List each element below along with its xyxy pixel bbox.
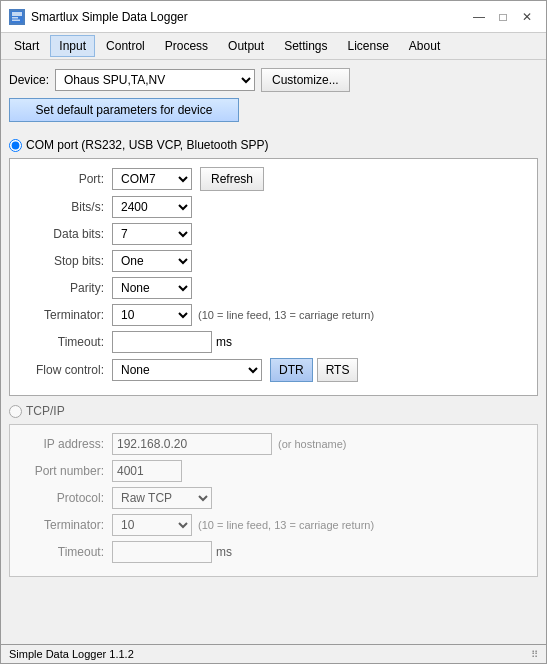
maximize-button[interactable]: □ xyxy=(492,7,514,27)
resize-icon: ⠿ xyxy=(531,649,538,660)
bits-row: Bits/s: 2400 xyxy=(22,196,525,218)
com-port-section: COM port (RS232, USB VCP, Bluetooth SPP)… xyxy=(9,138,538,396)
port-select[interactable]: COM7 xyxy=(112,168,192,190)
tcp-ip-radio[interactable] xyxy=(9,405,22,418)
status-text: Simple Data Logger 1.1.2 xyxy=(9,648,134,660)
protocol-select[interactable]: Raw TCP xyxy=(112,487,212,509)
device-select[interactable]: Ohaus SPU,TA,NV xyxy=(55,69,255,91)
set-default-row: Set default parameters for device xyxy=(9,98,538,130)
com-port-label: COM port (RS232, USB VCP, Bluetooth SPP) xyxy=(26,138,269,152)
window-title: Smartlux Simple Data Logger xyxy=(31,10,188,24)
tcp-ip-section: TCP/IP IP address: (or hostname) Port nu… xyxy=(9,404,538,577)
flow-row: Flow control: NoneXON/XOFFRTS/CTS DTR RT… xyxy=(22,358,525,382)
databits-row: Data bits: 7 xyxy=(22,223,525,245)
flow-label: Flow control: xyxy=(22,363,112,377)
port-label: Port: xyxy=(22,172,112,186)
com-timeout-row: Timeout: ms xyxy=(22,331,525,353)
customize-button[interactable]: Customize... xyxy=(261,68,350,92)
tcp-timeout-input[interactable] xyxy=(112,541,212,563)
parity-label: Parity: xyxy=(22,281,112,295)
refresh-button[interactable]: Refresh xyxy=(200,167,264,191)
com-timeout-unit: ms xyxy=(216,335,232,349)
menubar-item-start[interactable]: Start xyxy=(5,35,48,57)
tcp-timeout-unit: ms xyxy=(216,545,232,559)
minimize-button[interactable]: — xyxy=(468,7,490,27)
com-port-radio[interactable] xyxy=(9,139,22,152)
title-bar: Smartlux Simple Data Logger — □ ✕ xyxy=(1,1,546,33)
set-default-button[interactable]: Set default parameters for device xyxy=(9,98,239,122)
tcp-ip-label: TCP/IP xyxy=(26,404,65,418)
menubar: StartInputControlProcessOutputSettingsLi… xyxy=(1,33,546,60)
tcp-ip-group: IP address: (or hostname) Port number: P… xyxy=(9,424,538,577)
menubar-item-about[interactable]: About xyxy=(400,35,449,57)
status-bar: Simple Data Logger 1.1.2 ⠿ xyxy=(1,644,546,663)
tcp-terminator-hint: (10 = line feed, 13 = carriage return) xyxy=(198,519,374,531)
tcp-port-input[interactable] xyxy=(112,460,182,482)
com-terminator-label: Terminator: xyxy=(22,308,112,322)
tcp-port-row: Port number: xyxy=(22,460,525,482)
app-icon xyxy=(9,9,25,25)
menubar-item-output[interactable]: Output xyxy=(219,35,273,57)
tcp-terminator-select[interactable]: 10 xyxy=(112,514,192,536)
ip-hint: (or hostname) xyxy=(278,438,346,450)
parity-select[interactable]: None xyxy=(112,277,192,299)
bits-label: Bits/s: xyxy=(22,200,112,214)
stopbits-label: Stop bits: xyxy=(22,254,112,268)
port-row: Port: COM7 Refresh xyxy=(22,167,525,191)
device-row: Device: Ohaus SPU,TA,NV Customize... xyxy=(9,68,538,92)
com-port-group: Port: COM7 Refresh Bits/s: 2400 Data bit… xyxy=(9,158,538,396)
com-port-radio-row: COM port (RS232, USB VCP, Bluetooth SPP) xyxy=(9,138,538,152)
flow-select[interactable]: NoneXON/XOFFRTS/CTS xyxy=(112,359,262,381)
tcp-ip-radio-row: TCP/IP xyxy=(9,404,538,418)
databits-select[interactable]: 7 xyxy=(112,223,192,245)
ip-row: IP address: (or hostname) xyxy=(22,433,525,455)
dtr-button[interactable]: DTR xyxy=(270,358,313,382)
tcp-timeout-label: Timeout: xyxy=(22,545,112,559)
stopbits-select[interactable]: One xyxy=(112,250,192,272)
tcp-port-label: Port number: xyxy=(22,464,112,478)
svg-rect-2 xyxy=(12,17,18,19)
com-terminator-select[interactable]: 10 xyxy=(112,304,192,326)
parity-row: Parity: None xyxy=(22,277,525,299)
com-timeout-label: Timeout: xyxy=(22,335,112,349)
bits-select[interactable]: 2400 xyxy=(112,196,192,218)
tcp-terminator-label: Terminator: xyxy=(22,518,112,532)
main-window: Smartlux Simple Data Logger — □ ✕ StartI… xyxy=(0,0,547,664)
tcp-terminator-row: Terminator: 10 (10 = line feed, 13 = car… xyxy=(22,514,525,536)
ip-label: IP address: xyxy=(22,437,112,451)
menubar-item-settings[interactable]: Settings xyxy=(275,35,336,57)
menubar-item-input[interactable]: Input xyxy=(50,35,95,57)
com-terminator-row: Terminator: 10 (10 = line feed, 13 = car… xyxy=(22,304,525,326)
svg-rect-1 xyxy=(12,12,22,16)
menubar-item-control[interactable]: Control xyxy=(97,35,154,57)
protocol-label: Protocol: xyxy=(22,491,112,505)
close-button[interactable]: ✕ xyxy=(516,7,538,27)
device-label: Device: xyxy=(9,73,49,87)
databits-label: Data bits: xyxy=(22,227,112,241)
protocol-row: Protocol: Raw TCP xyxy=(22,487,525,509)
com-terminator-hint: (10 = line feed, 13 = carriage return) xyxy=(198,309,374,321)
com-timeout-input[interactable] xyxy=(112,331,212,353)
ip-input[interactable] xyxy=(112,433,272,455)
menubar-item-process[interactable]: Process xyxy=(156,35,217,57)
tcp-timeout-row: Timeout: ms xyxy=(22,541,525,563)
svg-rect-3 xyxy=(12,19,20,21)
content-area: Device: Ohaus SPU,TA,NV Customize... Set… xyxy=(1,60,546,644)
menubar-item-license[interactable]: License xyxy=(338,35,397,57)
stopbits-row: Stop bits: One xyxy=(22,250,525,272)
rts-button[interactable]: RTS xyxy=(317,358,359,382)
